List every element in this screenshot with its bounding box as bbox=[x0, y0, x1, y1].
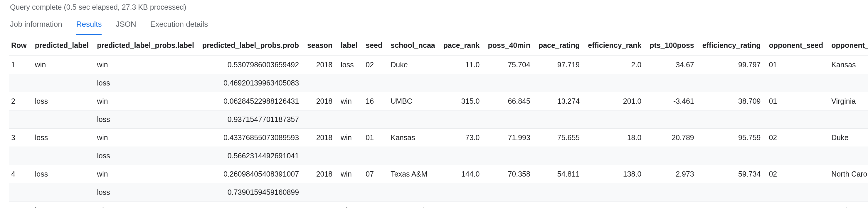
query-status: Query complete (0.5 sec elapsed, 27.3 KB… bbox=[9, 3, 868, 11]
cell-school_ncaa: UMBC bbox=[386, 92, 439, 111]
cell-efficiency_rating: 38.709 bbox=[698, 92, 765, 111]
cell-season: 2018 bbox=[303, 165, 337, 183]
table-row: loss0.9371547701187357 bbox=[9, 111, 868, 129]
table-row: loss0.46920139963405083 bbox=[9, 74, 868, 92]
cell-blank bbox=[9, 147, 31, 165]
cell-blank bbox=[31, 111, 93, 129]
cell-efficiency_rank: 138.0 bbox=[584, 165, 645, 183]
cell-blank bbox=[9, 183, 31, 202]
cell-blank bbox=[584, 111, 645, 129]
cell-prob-value: 0.5307986003659492 bbox=[198, 56, 303, 74]
tab-execution-details[interactable]: Execution details bbox=[150, 20, 208, 35]
cell-blank bbox=[9, 74, 31, 92]
cell-prob-value: 0.7390159459160899 bbox=[198, 183, 303, 202]
cell-seed: 16 bbox=[362, 92, 386, 111]
cell-pace_rank: 144.0 bbox=[439, 165, 484, 183]
cell-seed: 07 bbox=[362, 165, 386, 183]
cell-pace_rating: 54.811 bbox=[534, 165, 584, 183]
cell-predicted_label: loss bbox=[31, 129, 93, 147]
cell-blank bbox=[765, 111, 827, 129]
cell-blank bbox=[303, 111, 337, 129]
cell-blank bbox=[827, 147, 868, 165]
cell-blank bbox=[337, 74, 362, 92]
cell-seed: 03 bbox=[362, 202, 386, 208]
col-header-label: label bbox=[337, 35, 362, 56]
cell-pace_rating: 75.655 bbox=[534, 129, 584, 147]
cell-prob-value: 0.5662314492691041 bbox=[198, 147, 303, 165]
table-body: 1winwin0.53079860036594922018loss02Duke1… bbox=[9, 56, 868, 208]
cell-school_ncaa: Kansas bbox=[386, 129, 439, 147]
cell-blank bbox=[31, 147, 93, 165]
col-header-pace_rating: pace_rating bbox=[534, 35, 584, 56]
cell-season: 2018 bbox=[303, 56, 337, 74]
cell-opponent_seed: 02 bbox=[765, 202, 827, 208]
cell-blank bbox=[645, 111, 698, 129]
cell-blank bbox=[645, 183, 698, 202]
cell-blank bbox=[484, 111, 534, 129]
cell-blank bbox=[362, 111, 386, 129]
cell-school_ncaa: Texas A&M bbox=[386, 165, 439, 183]
cell-blank bbox=[698, 74, 765, 92]
cell-season: 2018 bbox=[303, 202, 337, 208]
cell-blank bbox=[303, 74, 337, 92]
table-row: 5losswin0.45019028687387192018win03Texas… bbox=[9, 202, 868, 208]
cell-blank bbox=[765, 147, 827, 165]
cell-opponent_school_ncaa: Virginia bbox=[827, 92, 868, 111]
cell-pts_100poss: -3.461 bbox=[645, 92, 698, 111]
cell-blank bbox=[337, 111, 362, 129]
cell-season: 2018 bbox=[303, 92, 337, 111]
cell-blank bbox=[362, 147, 386, 165]
cell-pts_100poss: 2.973 bbox=[645, 165, 698, 183]
cell-blank bbox=[534, 111, 584, 129]
cell-prob-label: win bbox=[93, 56, 198, 74]
cell-opponent_school_ncaa: Purdue bbox=[827, 202, 868, 208]
cell-label: win bbox=[337, 129, 362, 147]
cell-opponent_seed: 02 bbox=[765, 129, 827, 147]
cell-blank bbox=[484, 74, 534, 92]
cell-efficiency_rank: 15.0 bbox=[584, 202, 645, 208]
cell-blank bbox=[439, 147, 484, 165]
col-header-efficiency_rank: efficiency_rank bbox=[584, 35, 645, 56]
cell-efficiency_rating: 95.759 bbox=[698, 129, 765, 147]
cell-efficiency_rating: 59.734 bbox=[698, 165, 765, 183]
cell-blank bbox=[31, 74, 93, 92]
cell-pace_rank: 254.0 bbox=[439, 202, 484, 208]
cell-blank bbox=[484, 183, 534, 202]
cell-row: 4 bbox=[9, 165, 31, 183]
tab-job-information[interactable]: Job information bbox=[10, 20, 62, 35]
cell-blank bbox=[827, 111, 868, 129]
table-row: 2losswin0.062845229881264312018win16UMBC… bbox=[9, 92, 868, 111]
col-header-opponent_seed: opponent_seed bbox=[765, 35, 827, 56]
cell-pace_rating: 27.752 bbox=[534, 202, 584, 208]
tab-json[interactable]: JSON bbox=[116, 20, 136, 35]
col-header-row: Row bbox=[9, 35, 31, 56]
cell-pace_rating: 97.719 bbox=[534, 56, 584, 74]
cell-label: win bbox=[337, 202, 362, 208]
tab-results[interactable]: Results bbox=[76, 20, 102, 35]
cell-blank bbox=[698, 183, 765, 202]
cell-blank bbox=[386, 111, 439, 129]
cell-prob-label: win bbox=[93, 202, 198, 208]
cell-poss_40min: 75.704 bbox=[484, 56, 534, 74]
cell-prob-label: loss bbox=[93, 74, 198, 92]
cell-prob-label: loss bbox=[93, 183, 198, 202]
cell-prob-label: win bbox=[93, 165, 198, 183]
cell-blank bbox=[362, 74, 386, 92]
cell-label: win bbox=[337, 92, 362, 111]
cell-prob-value: 0.06284522988126431 bbox=[198, 92, 303, 111]
cell-blank bbox=[9, 111, 31, 129]
cell-prob-label: win bbox=[93, 129, 198, 147]
col-header-school_ncaa: school_ncaa bbox=[386, 35, 439, 56]
cell-blank bbox=[386, 74, 439, 92]
cell-efficiency_rank: 201.0 bbox=[584, 92, 645, 111]
cell-blank bbox=[698, 111, 765, 129]
cell-blank bbox=[439, 111, 484, 129]
cell-poss_40min: 66.845 bbox=[484, 92, 534, 111]
result-tabs: Job informationResultsJSONExecution deta… bbox=[9, 20, 868, 35]
cell-prob-label: loss bbox=[93, 111, 198, 129]
cell-poss_40min: 68.334 bbox=[484, 202, 534, 208]
table-row: 4losswin0.260984054083910072018win07Texa… bbox=[9, 165, 868, 183]
cell-blank bbox=[362, 183, 386, 202]
cell-prob-value: 0.26098405408391007 bbox=[198, 165, 303, 183]
cell-seed: 01 bbox=[362, 129, 386, 147]
